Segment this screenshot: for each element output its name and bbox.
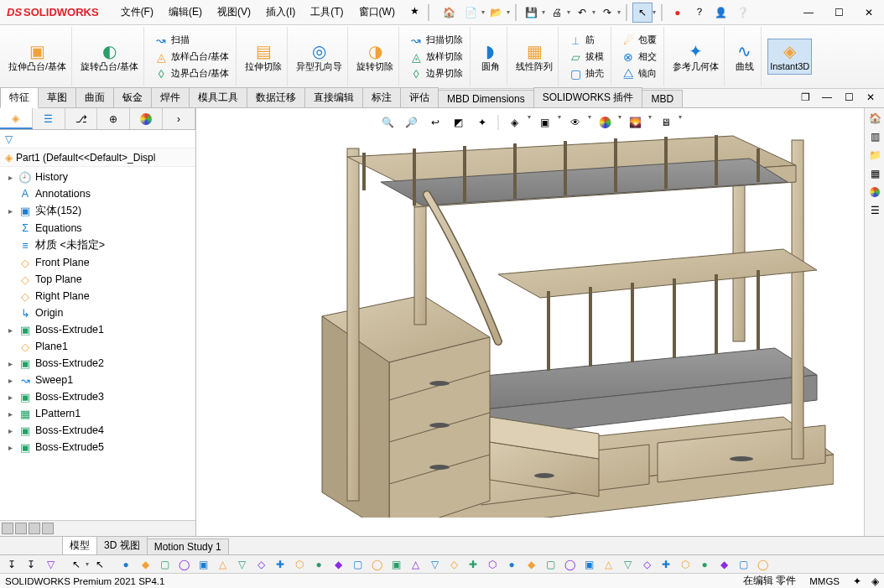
mirror-button[interactable]: ⧋镜向: [618, 66, 660, 81]
sketch-tool-33[interactable]: ◯: [754, 556, 771, 573]
status-units[interactable]: MMGS: [809, 576, 840, 586]
sweep-cut-button[interactable]: ↝扫描切除: [406, 33, 466, 48]
intersect-button[interactable]: ⊗相交: [618, 49, 660, 65]
sketch-tool-13[interactable]: ◯: [368, 556, 385, 573]
sketch-tool-22[interactable]: ▢: [542, 556, 559, 573]
instant3d-button[interactable]: ◈ Instant3D: [768, 39, 811, 74]
cursor-icon[interactable]: ↖: [68, 556, 85, 573]
fm-tab-tree[interactable]: ◈: [0, 108, 33, 129]
tab-model[interactable]: 模型: [62, 536, 97, 554]
sketch-tool-19[interactable]: ⬡: [484, 556, 501, 573]
status-cog-icon[interactable]: ◈: [871, 575, 879, 587]
maximize-icon[interactable]: ☐: [824, 1, 854, 24]
sketch-tool-16[interactable]: ▽: [426, 556, 443, 573]
rib-button[interactable]: ⟂筋: [565, 33, 607, 48]
wrap-button[interactable]: ☄包覆: [618, 33, 660, 48]
revolve-boss-button[interactable]: ◐ 旋转凸台/基体: [79, 39, 140, 74]
tree-node-5[interactable]: ◇Front Plane: [3, 254, 195, 271]
sketch-tool-24[interactable]: ▣: [580, 556, 597, 573]
fm-part-header[interactable]: ◈ Part1 (Default<<Default>_Displ: [0, 148, 195, 167]
sketch-tool-7[interactable]: ◇: [252, 556, 269, 573]
print-icon[interactable]: 🖨: [547, 3, 567, 23]
sketch-tool-25[interactable]: △: [600, 556, 616, 573]
status-star-icon[interactable]: ✦: [853, 575, 861, 587]
sketch-tool-28[interactable]: ✚: [658, 556, 674, 573]
select-icon[interactable]: ↖: [632, 3, 653, 23]
sketch-tool-9[interactable]: ⬡: [291, 556, 308, 573]
tree-node-8[interactable]: ↳Origin: [3, 304, 195, 321]
twisty-icon[interactable]: ▸: [5, 426, 15, 435]
new-icon[interactable]: 📄: [461, 3, 481, 23]
twisty-icon[interactable]: ▸: [5, 443, 15, 452]
tree-node-3[interactable]: ΣEquations: [3, 220, 195, 237]
doc-minimize-icon[interactable]: —: [817, 87, 837, 107]
sketch-tool-3[interactable]: ◯: [175, 556, 192, 573]
tab-mold[interactable]: 模具工具: [189, 87, 247, 107]
fm-tab-config[interactable]: ⎇: [65, 108, 98, 129]
sketch-tool-4[interactable]: ▣: [195, 556, 211, 573]
fm-tab-display[interactable]: [130, 108, 163, 129]
save-icon[interactable]: 💾: [522, 3, 542, 23]
nav-btn-4[interactable]: [42, 523, 54, 534]
help-icon[interactable]: ❔: [733, 3, 753, 23]
cut-extrude-button[interactable]: ▤ 拉伸切除: [243, 39, 283, 74]
tree-node-2[interactable]: ▸▣实体(152): [3, 202, 195, 220]
hole-wizard-button[interactable]: ◎ 异型孔向导: [294, 39, 344, 74]
sketch-tool-21[interactable]: ◆: [523, 556, 539, 573]
sketch-tool-12[interactable]: ▢: [349, 556, 366, 573]
tab-sheetmetal[interactable]: 钣金: [113, 87, 152, 107]
shell-button[interactable]: ▢抽壳: [565, 66, 607, 81]
nav-btn-2[interactable]: [15, 523, 27, 534]
redo-icon[interactable]: ↷: [597, 3, 617, 23]
boundary-button[interactable]: ◊边界凸台/基体: [151, 66, 232, 81]
sketch-tool-32[interactable]: ▢: [735, 556, 751, 573]
open-icon[interactable]: 📂: [486, 3, 507, 23]
sketch-tool-1[interactable]: ◆: [137, 556, 153, 573]
sketch-tool-8[interactable]: ✚: [272, 556, 289, 573]
tab-motion[interactable]: Motion Study 1: [147, 539, 229, 554]
undo-icon[interactable]: ↶: [572, 3, 592, 23]
close-icon[interactable]: ✕: [854, 1, 884, 24]
cursor2-icon[interactable]: ↖: [91, 556, 108, 573]
graphics-area[interactable]: 🔍 🔎 ↩ ◩ ✦ ◈▾ ▣▾ 👁▾ ▾ 🌄▾ 🖥▾: [196, 108, 864, 536]
user-icon[interactable]: 👤: [711, 3, 731, 23]
sketch-tool-26[interactable]: ▽: [619, 556, 636, 573]
sketch-tool-11[interactable]: ◆: [330, 556, 346, 573]
menu-edit[interactable]: 编辑(E): [164, 2, 207, 23]
sketch-tool-27[interactable]: ◇: [638, 556, 655, 573]
twisty-icon[interactable]: ▸: [5, 359, 15, 368]
fm-tab-property[interactable]: ☰: [33, 108, 65, 129]
tree-node-12[interactable]: ▸↝Sweep1: [3, 372, 195, 388]
taskpane-appearance-icon[interactable]: [866, 184, 883, 200]
tree-node-0[interactable]: ▸🕘History: [3, 169, 195, 185]
tree-node-4[interactable]: ≡材质 <未指定>: [3, 237, 195, 254]
menu-tools[interactable]: 工具(T): [305, 2, 348, 23]
doc-close-icon[interactable]: ✕: [861, 87, 881, 107]
tree-node-7[interactable]: ◇Right Plane: [3, 288, 195, 304]
sketch-tool-2[interactable]: ▢: [156, 556, 173, 573]
tab-directedit[interactable]: 直接编辑: [304, 87, 363, 107]
twisty-icon[interactable]: ▸: [5, 325, 15, 335]
linear-pattern-button[interactable]: ▦ 线性阵列: [514, 39, 554, 74]
taskpane-home-icon[interactable]: 🏠: [866, 110, 883, 127]
tree-node-15[interactable]: ▸▣Boss-Extrude4: [3, 422, 195, 439]
draft-button[interactable]: ▱拔模: [565, 49, 607, 65]
sketch-tool-10[interactable]: ●: [310, 556, 327, 573]
notes-icon[interactable]: ？: [689, 3, 710, 23]
tab-mbd[interactable]: MBD: [642, 90, 683, 107]
fm-tab-more[interactable]: ›: [163, 108, 195, 129]
filter-icon[interactable]: ▽: [5, 133, 13, 145]
select-filter-icon[interactable]: ▽: [42, 556, 59, 573]
taskpane-folder-icon[interactable]: 📁: [866, 147, 883, 164]
doc-restore-icon[interactable]: ❐: [795, 87, 815, 107]
sketch-tool-18[interactable]: ✚: [465, 556, 481, 573]
menu-star[interactable]: ★: [405, 2, 424, 23]
menu-file[interactable]: 文件(F): [116, 2, 159, 23]
sketch-tool-14[interactable]: ▣: [387, 556, 404, 573]
tree-node-14[interactable]: ▸▦LPattern1: [3, 405, 195, 422]
loft-button[interactable]: ◬放样凸台/基体: [151, 49, 232, 65]
twisty-icon[interactable]: ▸: [5, 409, 15, 419]
sketch-tool-31[interactable]: ◆: [715, 556, 732, 573]
sketch-tool-30[interactable]: ●: [696, 556, 713, 573]
fillet-button[interactable]: ◗ 圆角: [479, 39, 502, 74]
